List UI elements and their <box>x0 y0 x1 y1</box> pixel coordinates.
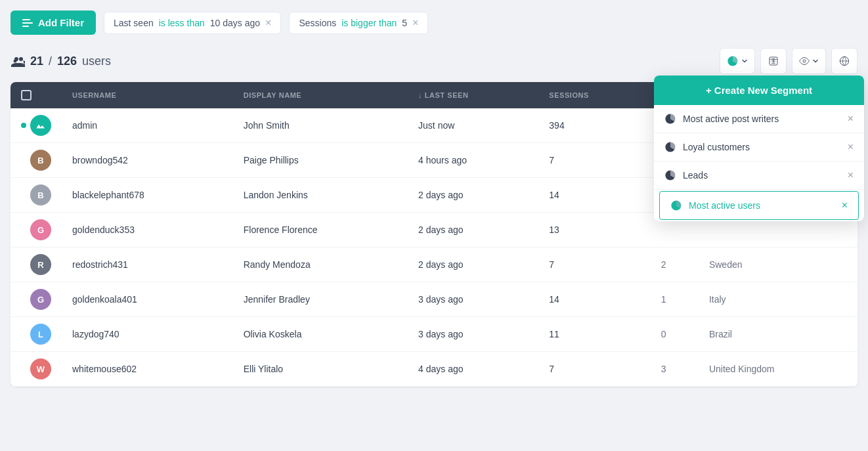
chip1-close-icon[interactable]: × <box>265 18 271 28</box>
online-indicator <box>21 123 26 128</box>
svg-point-1 <box>19 57 23 61</box>
segment-item-most-active-users[interactable]: Most active users × <box>659 191 859 220</box>
chip2-close-icon[interactable]: × <box>412 18 418 28</box>
segment-pie-icon <box>664 169 676 181</box>
row-last-seen: 2 days ago <box>408 213 538 247</box>
row-last-seen: 3 days ago <box>408 282 538 317</box>
table-row[interactable]: W whitemouse602 Elli Ylitalo 4 days ago … <box>11 352 857 387</box>
create-segment-label: + Create New Segment <box>706 85 812 96</box>
row-sessions: 7 <box>538 352 650 387</box>
row-col7: Italy <box>699 282 857 317</box>
row-username: redostrich431 <box>62 247 233 282</box>
row-sessions: 14 <box>538 282 650 317</box>
segment-item-left: Loyal customers <box>664 141 750 153</box>
row-checkbox-cell: L <box>11 317 62 352</box>
row-display-name: Olivia Koskela <box>233 317 408 352</box>
row-username: lazydog740 <box>62 317 233 352</box>
segment-pie-icon <box>664 141 676 153</box>
row-last-seen: 2 days ago <box>408 247 538 282</box>
col-sessions[interactable]: SESSIONS <box>538 82 650 108</box>
row-sessions: 11 <box>538 317 650 352</box>
add-filter-label: Add Filter <box>38 17 84 28</box>
col-checkbox <box>11 82 62 108</box>
user-count-total: 126 <box>57 54 77 68</box>
segment-item-loyal-customers[interactable]: Loyal customers × <box>654 133 864 161</box>
table-row[interactable]: R redostrich431 Randy Mendoza 2 days ago… <box>11 247 857 282</box>
segment-pie-icon <box>670 200 682 211</box>
segment-item-label: Most active users <box>689 200 760 211</box>
avatar: G <box>30 219 51 240</box>
row-last-seen: 4 days ago <box>408 352 538 387</box>
svg-point-3 <box>803 60 806 62</box>
segment-item-label: Loyal customers <box>683 142 750 152</box>
user-count-separator: / <box>49 54 52 68</box>
create-segment-button[interactable]: + Create New Segment <box>654 75 864 105</box>
globe-button[interactable] <box>831 48 857 74</box>
row-display-name: Paige Phillips <box>233 143 408 178</box>
col-display-name[interactable]: DISPLAY NAME <box>233 82 408 108</box>
row-username: browndog542 <box>62 143 233 178</box>
row-last-seen: 4 hours ago <box>408 143 538 178</box>
users-icon <box>11 55 25 67</box>
chip1-text-after: 10 days ago <box>210 18 260 28</box>
columns-button[interactable] <box>792 48 826 74</box>
segment-item-left: Most active users <box>670 200 760 211</box>
row-sessions: 7 <box>538 247 650 282</box>
add-filter-button[interactable]: Add Filter <box>11 11 96 35</box>
chevron-down-icon <box>741 58 748 64</box>
col-last-seen[interactable]: ↓ LAST SEEN <box>408 82 538 108</box>
segment-item-close[interactable]: × <box>848 141 854 153</box>
chip1-text-before: Last seen <box>114 18 154 28</box>
segment-item-close[interactable]: × <box>848 169 854 181</box>
row-col6: 3 <box>651 352 699 387</box>
row-checkbox-cell: W <box>11 352 62 387</box>
avatar: G <box>30 289 51 310</box>
avatar: W <box>30 358 51 379</box>
filter-icon <box>22 19 33 27</box>
select-all-checkbox[interactable] <box>21 90 32 100</box>
row-display-name: Randy Mendoza <box>233 247 408 282</box>
row-username: whitemouse602 <box>62 352 233 387</box>
chip2-text-after: 5 <box>402 18 407 28</box>
segment-item-close[interactable]: × <box>848 113 854 125</box>
chip2-highlight: is bigger than <box>341 18 397 28</box>
row-sessions: 13 <box>538 213 650 247</box>
user-count-row: 21 / 126 users <box>11 48 857 74</box>
avatar: L <box>30 324 51 345</box>
segment-item-label: Most active post writers <box>683 114 779 124</box>
row-checkbox-cell: B <box>11 178 62 213</box>
row-sessions: 14 <box>538 178 650 213</box>
filter-chip-sessions: Sessions is bigger than 5 × <box>289 12 428 34</box>
segment-item-left: Leads <box>664 169 708 181</box>
row-checkbox-cell <box>11 108 62 143</box>
avatar: B <box>30 150 51 171</box>
segment-toolbar-button[interactable] <box>720 48 755 74</box>
avatar: R <box>30 254 51 275</box>
row-checkbox-cell: R <box>11 247 62 282</box>
row-checkbox-cell: G <box>11 282 62 317</box>
filter-chip-last-seen: Last seen is less than 10 days ago × <box>104 12 281 34</box>
eye-icon <box>799 56 810 66</box>
segment-item-most-active-post-writers[interactable]: Most active post writers × <box>654 105 864 133</box>
row-display-name: Florence Florence <box>233 213 408 247</box>
avatar <box>30 115 51 136</box>
row-display-name: Jennifer Bradley <box>233 282 408 317</box>
row-username: goldenkoala401 <box>62 282 233 317</box>
table-wrapper: USERNAME DISPLAY NAME ↓ LAST SEEN SESSIO… <box>11 82 857 387</box>
row-display-name: John Smith <box>233 108 408 143</box>
export-button[interactable] <box>760 48 787 74</box>
chip1-highlight: is less than <box>159 18 205 28</box>
row-username: goldenduck353 <box>62 213 233 247</box>
row-last-seen: Just now <box>408 108 538 143</box>
segment-item-leads[interactable]: Leads × <box>654 161 864 190</box>
segment-item-close[interactable]: × <box>842 200 848 211</box>
col-username[interactable]: USERNAME <box>62 82 233 108</box>
row-col7: Sweden <box>699 247 857 282</box>
row-last-seen: 3 days ago <box>408 317 538 352</box>
filter-bar: Add Filter Last seen is less than 10 day… <box>11 11 857 35</box>
table-row[interactable]: G goldenkoala401 Jennifer Bradley 3 days… <box>11 282 857 317</box>
row-username: admin <box>62 108 233 143</box>
user-count-filtered: 21 <box>30 54 43 68</box>
table-row[interactable]: L lazydog740 Olivia Koskela 3 days ago 1… <box>11 317 857 352</box>
pie-chart-icon <box>727 55 739 67</box>
